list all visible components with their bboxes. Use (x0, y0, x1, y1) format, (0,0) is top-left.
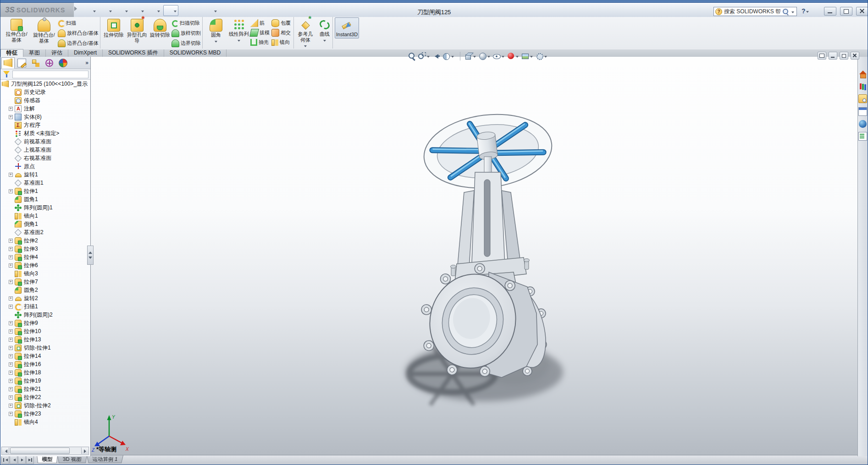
dropdown-caret-icon[interactable] (473, 56, 476, 59)
help-button[interactable]: ? (802, 7, 810, 15)
ribbon-button[interactable]: 异型孔向导 (125, 17, 149, 44)
task-pane-tab[interactable] (859, 71, 867, 78)
expand-toggle-icon[interactable] (9, 329, 13, 334)
feature-tree-root[interactable]: 刀型闸阀125 (100<<100>_显示 (0, 80, 90, 88)
feature-tree-item[interactable]: 阵列(圆周)1 (0, 203, 90, 212)
command-tab[interactable]: SOLIDWORKS 插件 (103, 49, 164, 57)
menu-toolbar-button[interactable] (83, 5, 97, 16)
expand-toggle-icon[interactable] (9, 263, 13, 268)
view-tool-button[interactable] (535, 52, 548, 60)
feature-tree-item[interactable]: 扫描1 (0, 302, 90, 311)
ribbon-button[interactable]: Instant3D (335, 17, 359, 38)
feature-tree-item[interactable]: 旋转1 (0, 170, 90, 179)
expand-toggle-icon[interactable] (9, 280, 13, 284)
feature-tree-item[interactable]: 拉伸18 (0, 368, 90, 377)
expand-toggle-icon[interactable] (9, 189, 13, 193)
command-tab[interactable]: 特征 (0, 49, 23, 57)
scrollbar-thumb[interactable] (10, 448, 70, 454)
expand-toggle-icon[interactable] (9, 247, 13, 251)
panel-tab[interactable] (43, 57, 56, 69)
command-tab[interactable]: SOLIDWORKS MBD (164, 49, 227, 57)
dropdown-caret-icon[interactable] (304, 45, 307, 49)
next-tab-icon[interactable] (18, 456, 26, 464)
feature-tree-item[interactable]: 拉伸1 (0, 187, 90, 195)
dropdown-caret-icon[interactable] (215, 41, 217, 44)
view-tool-button[interactable] (460, 52, 477, 60)
solidworks-logo[interactable]: 3S SOLIDWORKS (0, 3, 74, 17)
feature-tree-item[interactable]: 拉伸19 (0, 377, 90, 385)
dropdown-caret-icon[interactable] (427, 56, 430, 59)
last-tab-icon[interactable] (26, 456, 34, 464)
ribbon-small-button[interactable]: 边界凸台/基体 (58, 38, 99, 48)
menu-toolbar-button[interactable] (99, 5, 113, 16)
tree-horizontal-scrollbar[interactable] (1, 447, 89, 455)
dropdown-caret-icon[interactable] (141, 11, 144, 14)
doc-close-button[interactable] (851, 52, 859, 60)
expand-toggle-icon[interactable] (9, 107, 13, 111)
feature-tree-item[interactable]: 注解 (0, 104, 90, 113)
ribbon-small-button[interactable]: 放样凸台/基体 (58, 28, 99, 38)
task-pane-tab[interactable] (858, 132, 867, 141)
feature-tree-item[interactable]: 切除-拉伸1 (0, 344, 90, 352)
ribbon-small-button[interactable]: 镜向 (271, 38, 291, 47)
ribbon-small-button[interactable]: 抽壳 (250, 38, 270, 47)
feature-tree-item[interactable]: 镜向1 (0, 212, 90, 220)
feature-tree-item[interactable]: 拉伸21 (0, 385, 90, 393)
task-pane-tab[interactable] (859, 120, 867, 128)
expand-toggle-icon[interactable] (9, 395, 13, 399)
feature-tree-item[interactable]: 镜向3 (0, 269, 90, 278)
view-tool-button[interactable] (432, 52, 441, 60)
command-tab[interactable]: DimXpert (68, 49, 103, 57)
task-pane-tab[interactable] (858, 94, 867, 103)
panel-splitter[interactable] (87, 246, 94, 265)
close-button[interactable] (856, 7, 868, 16)
menu-toolbar-button[interactable] (180, 5, 190, 16)
dropdown-caret-icon[interactable] (487, 56, 490, 59)
view-tool-button[interactable] (418, 52, 431, 60)
dropdown-caret-icon[interactable] (238, 40, 240, 43)
panel-tab[interactable] (1, 57, 15, 69)
feature-tree-item[interactable]: 切除-拉伸2 (0, 401, 90, 410)
ribbon-small-button[interactable]: 筋 (250, 18, 270, 27)
ribbon-button[interactable]: 曲线 (315, 17, 334, 49)
panel-tab[interactable] (56, 57, 70, 69)
expand-toggle-icon[interactable] (9, 321, 13, 325)
expand-toggle-icon[interactable] (9, 362, 13, 367)
restore-button[interactable] (840, 7, 852, 16)
menu-toolbar-button[interactable] (115, 5, 129, 16)
expand-toggle-icon[interactable] (9, 379, 13, 383)
feature-tree-item[interactable]: 拉伸16 (0, 360, 90, 368)
feature-tree-item[interactable]: 圆角1 (0, 195, 90, 203)
graphics-viewport[interactable]: Y X Z *等轴测 (91, 57, 858, 456)
search-caret-icon[interactable] (791, 11, 794, 15)
menu-toolbar-button[interactable] (147, 5, 161, 16)
ribbon-button[interactable]: 线性阵列 (227, 17, 250, 44)
menu-expand-arrow-icon[interactable] (74, 6, 79, 11)
dropdown-caret-icon[interactable] (530, 56, 533, 59)
feature-tree-item[interactable]: 拉伸23 (0, 410, 90, 418)
prev-tab-icon[interactable] (10, 456, 17, 464)
scroll-left-icon[interactable] (2, 448, 9, 454)
view-tool-button[interactable] (492, 52, 505, 60)
feature-tree-item[interactable]: 方程序 (0, 121, 90, 129)
panel-tab[interactable] (29, 57, 42, 69)
search-input[interactable]: 搜索 SOLIDWORKS 帮助 (724, 8, 780, 16)
dropdown-caret-icon[interactable] (544, 56, 547, 59)
menu-toolbar-button[interactable] (192, 5, 202, 16)
expand-toggle-icon[interactable] (9, 371, 13, 375)
dropdown-caret-icon[interactable] (451, 56, 454, 59)
feature-tree-item[interactable]: 拉伸6 (0, 261, 90, 269)
ribbon-button[interactable]: 旋转凸台/基体 (30, 17, 58, 44)
search-icon[interactable] (782, 8, 789, 15)
feature-tree-item[interactable]: 基准面1 (0, 179, 90, 187)
expand-toggle-icon[interactable] (9, 387, 13, 391)
view-tool-button[interactable] (507, 52, 520, 60)
feature-tree-item[interactable]: 镜向4 (0, 418, 90, 426)
ribbon-small-button[interactable]: 包覆 (271, 18, 291, 27)
doc-tile-button[interactable] (818, 52, 826, 60)
ribbon-small-button[interactable]: 相交 (271, 28, 291, 37)
expand-toggle-icon[interactable] (9, 412, 13, 416)
feature-tree-item[interactable]: 拉伸10 (0, 327, 90, 335)
feature-tree-item[interactable]: 拉伸2 (0, 236, 90, 245)
dropdown-caret-icon[interactable] (516, 56, 519, 59)
